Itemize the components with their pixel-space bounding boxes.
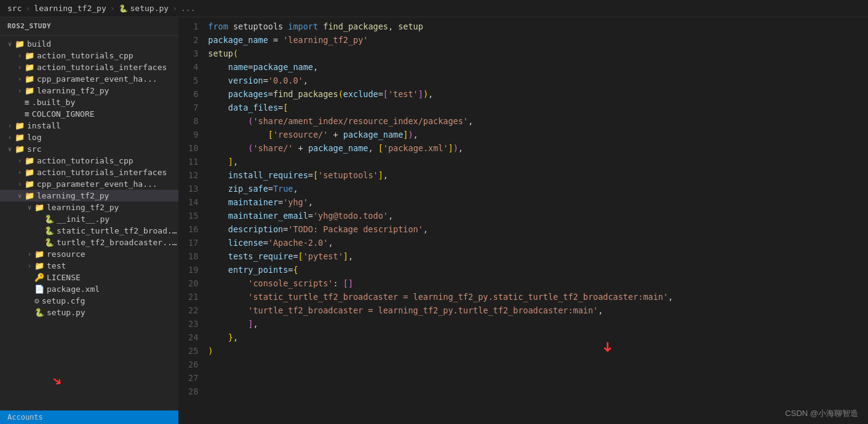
folder-icon-cpp-param-2: 📁	[25, 179, 34, 189]
label-action-cpp-2: action_tutorials_cpp	[37, 156, 133, 165]
code-line-9: data_files=[	[208, 101, 868, 114]
label-install: install	[27, 121, 61, 130]
tree-item-log[interactable]: › 📁 log	[0, 132, 178, 143]
folder-icon-cpp-param-1: 📁	[25, 74, 34, 84]
tree-item-setup-cfg[interactable]: ⚙ setup.cfg	[0, 295, 178, 307]
tree-item-init[interactable]: 🐍 __init__.py	[0, 213, 178, 225]
code-line-15: zip_safe=True,	[208, 182, 868, 195]
folder-icon-action-cpp-1: 📁	[25, 51, 34, 60]
code-line-25: ],	[208, 317, 868, 331]
tree-item-build[interactable]: ∨ 📁 build	[0, 38, 178, 50]
code-line-6: name=package_name,	[208, 60, 868, 74]
tree-item-action-cpp-2[interactable]: › 📁 action_tutorials_cpp	[0, 155, 178, 167]
folder-icon-learning-sub: 📁	[34, 203, 44, 212]
folder-icon-resource: 📁	[34, 249, 44, 259]
code-line-13: ],	[208, 155, 868, 168]
arrow-action-cpp-2: ›	[15, 157, 25, 164]
breadcrumb-sep-2: ›	[110, 4, 115, 13]
code-line-17: maintainer_email='yhg@todo.todo',	[208, 209, 868, 222]
file-icon-colcon: ≡	[25, 109, 30, 119]
arrow-action-cpp-1: ›	[15, 52, 25, 59]
breadcrumb-sep-3: ›	[172, 4, 177, 13]
arrow-resource: ›	[25, 251, 34, 257]
arrow-learning-b: ›	[15, 87, 25, 94]
arrow-learning-src: ∨	[15, 192, 25, 199]
folder-icon-install: 📁	[15, 121, 25, 130]
code-line-21: entry_points={	[208, 263, 868, 277]
folder-icon-test: 📁	[34, 261, 44, 270]
folder-icon-learning-b: 📁	[25, 86, 34, 95]
arrow-action-ifc-1: ›	[15, 64, 25, 71]
tree-item-cpp-param-1[interactable]: › 📁 cpp_parameter_event_ha...	[0, 73, 178, 85]
label-action-ifc-2: action_tutorials_interfaces	[37, 168, 167, 177]
label-learning-src: learning_tf2_py	[37, 191, 109, 200]
code-line-19: license='Apache-2.0',	[208, 236, 868, 249]
breadcrumb-dots: ...	[181, 4, 195, 13]
label-built-by: .built_by	[32, 98, 75, 107]
label-action-ifc-1: action_tutorials_interfaces	[37, 63, 167, 72]
sidebar-title: ROS2_STUDY	[0, 17, 178, 36]
breadcrumb-setup[interactable]: setup.py	[130, 4, 169, 13]
tree-item-license[interactable]: 🔑 LICENSE	[0, 272, 178, 283]
code-line-12: ('share/' + package_name, ['package.xml'…	[208, 141, 868, 155]
tree-item-turtle[interactable]: 🐍 turtle_tf2_broadcaster....	[0, 237, 178, 248]
line-numbers: 1 2 3 4 5 6 7 8 9 10 11 12 13 14 15 16 1	[178, 17, 208, 424]
file-icon-package-xml: 📄	[34, 285, 44, 294]
tree-item-static[interactable]: 🐍 static_turtle_tf2_broad...	[0, 225, 178, 237]
folder-icon-build: 📁	[15, 39, 25, 49]
arrow-test: ›	[25, 262, 34, 269]
code-line-3: package_name = 'learning_tf2_py'	[208, 33, 868, 47]
tree-item-src[interactable]: ∨ 📁 src	[0, 143, 178, 155]
breadcrumb-learning[interactable]: learning_tf2_py	[34, 4, 106, 13]
code-line-11: ['resource/' + package_name]),	[208, 128, 868, 141]
folder-icon-action-ifc-2: 📁	[25, 168, 34, 177]
file-icon-built-by: ≡	[25, 98, 30, 107]
tree-item-package-xml[interactable]: 📄 package.xml	[0, 283, 178, 295]
label-learning-b: learning_tf2_py	[37, 86, 109, 95]
watermark: CSDN @小海聊智造	[785, 408, 858, 419]
tree-item-action-ifc-2[interactable]: › 📁 action_tutorials_interfaces	[0, 167, 178, 178]
folder-icon-log: 📁	[15, 133, 25, 142]
label-log: log	[27, 133, 41, 142]
tree-item-built-by[interactable]: ≡ .built_by	[0, 96, 178, 108]
tree-item-learning-sub[interactable]: ∨ 📁 learning_tf2_py	[0, 202, 178, 213]
label-resource: resource	[47, 249, 86, 259]
label-package-xml: package.xml	[47, 285, 100, 294]
breadcrumb-src[interactable]: src	[7, 4, 22, 13]
code-line-7: version='0.0.0',	[208, 74, 868, 87]
folder-icon-src: 📁	[15, 144, 25, 154]
tree-item-action-ifc-1[interactable]: › 📁 action_tutorials_interfaces	[0, 61, 178, 73]
label-turtle: turtle_tf2_broadcaster....	[57, 238, 178, 247]
tree-item-test[interactable]: › 📁 test	[0, 260, 178, 272]
label-learning-sub: learning_tf2_py	[47, 203, 119, 212]
label-setup-py: setup.py	[47, 308, 86, 317]
arrow-log: ›	[5, 134, 15, 141]
tree-item-resource[interactable]: › 📁 resource	[0, 248, 178, 260]
label-setup-cfg: setup.cfg	[42, 296, 85, 305]
code-editor[interactable]: from setuptools import find_packages, se…	[208, 17, 868, 424]
label-action-cpp-1: action_tutorials_cpp	[37, 51, 133, 60]
breadcrumb-sep-1: ›	[25, 4, 30, 13]
tree-item-setup-py[interactable]: 🐍 setup.py	[0, 307, 178, 318]
code-line-20: tests_require=['pytest'],	[208, 249, 868, 263]
accounts-button[interactable]: Accounts	[0, 410, 178, 424]
tree-item-colcon[interactable]: ≡ COLCON_IGNORE	[0, 108, 178, 120]
label-src: src	[27, 144, 41, 154]
file-icon-license: 🔑	[34, 273, 44, 282]
code-line-27: )	[208, 344, 868, 358]
code-line-18: description='TODO: Package description',	[208, 222, 868, 236]
label-build: build	[27, 39, 51, 49]
code-line-16: maintainer='yhg',	[208, 195, 868, 209]
tree-item-learning-src[interactable]: ∨ 📁 learning_tf2_py	[0, 190, 178, 202]
tree-item-install[interactable]: › 📁 install	[0, 120, 178, 132]
code-line-26: },	[208, 331, 868, 344]
folder-icon-action-ifc-1: 📁	[25, 63, 34, 72]
tree-item-cpp-param-2[interactable]: › 📁 cpp_parameter_event_ha...	[0, 178, 178, 190]
arrow-cpp-param-2: ›	[15, 181, 25, 187]
label-static: static_turtle_tf2_broad...	[57, 226, 178, 235]
tree-item-action-cpp-1[interactable]: › 📁 action_tutorials_cpp	[0, 50, 178, 61]
tree-item-learning-b[interactable]: › 📁 learning_tf2_py	[0, 85, 178, 96]
label-init: __init__.py	[57, 214, 109, 224]
arrow-src: ∨	[5, 146, 15, 152]
code-line-8: packages=find_packages(exclude=['test'])…	[208, 87, 868, 101]
